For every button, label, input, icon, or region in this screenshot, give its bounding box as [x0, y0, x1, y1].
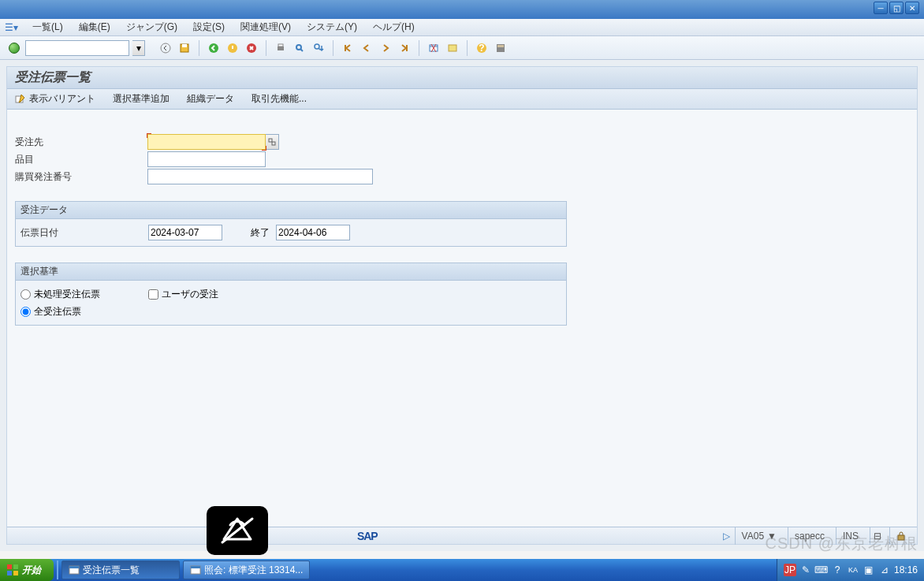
partner-func-button[interactable]: 取引先機能...: [248, 91, 310, 107]
menu-system[interactable]: システム(Y): [299, 18, 365, 36]
docdate-from-input[interactable]: [148, 225, 222, 240]
layout-button[interactable]: [493, 40, 509, 56]
status-nav-icon[interactable]: ▷: [723, 531, 730, 542]
menu-bar: ☰▾ 一覧(L) 編集(E) ジャンプ(G) 設定(S) 関連処理(V) システ…: [0, 19, 924, 36]
svg-rect-21: [13, 564, 18, 569]
svg-rect-27: [191, 566, 200, 568]
all-orders-label: 全受注伝票: [34, 305, 81, 318]
display-variant-button[interactable]: 表示バリアント: [12, 91, 99, 107]
menu-list[interactable]: 一覧(L): [24, 18, 71, 36]
order-data-group: 受注データ 伝票日付 終了: [15, 201, 567, 247]
next-page-button[interactable]: [378, 40, 393, 56]
svg-rect-11: [449, 45, 456, 51]
soldto-input[interactable]: [147, 134, 266, 150]
back-green-button[interactable]: [206, 40, 222, 56]
svg-rect-7: [278, 44, 283, 47]
task-sap2-label: 照会: 標準受注 13314...: [204, 564, 303, 577]
svg-rect-19: [898, 535, 904, 540]
my-orders-label: ユーザの受注: [162, 288, 218, 301]
toolbar: ▾ ?: [0, 36, 924, 60]
svg-rect-2: [182, 44, 187, 47]
soldto-search-help[interactable]: [265, 134, 279, 150]
open-orders-label: 未処理受注伝票: [34, 288, 100, 301]
shortcut-button[interactable]: [445, 40, 460, 56]
last-page-button[interactable]: [397, 40, 412, 56]
new-session-button[interactable]: [426, 40, 442, 56]
tray-kana-icon[interactable]: KA: [847, 564, 859, 576]
variant-icon: [15, 94, 26, 105]
menu-app-icon[interactable]: ☰▾: [5, 22, 18, 33]
exit-button[interactable]: [225, 40, 240, 56]
selection-criteria-group: 選択基準 未処理受注伝票 ユーザの受注 全受注伝票: [15, 263, 567, 326]
maximize-button[interactable]: ◱: [889, 2, 904, 14]
my-orders-check[interactable]: ユーザの受注: [148, 288, 218, 301]
po-input[interactable]: [147, 169, 373, 184]
menu-related[interactable]: 関連処理(V): [233, 18, 299, 36]
svg-rect-17: [269, 139, 272, 142]
prev-page-button[interactable]: [359, 40, 374, 56]
task-sap1[interactable]: 受注伝票一覧: [61, 561, 180, 579]
status-tcode[interactable]: VA05 ▼: [735, 527, 783, 545]
page-title: 受注伝票一覧: [7, 67, 917, 89]
svg-text:?: ?: [479, 43, 484, 54]
cancel-button[interactable]: [244, 40, 259, 56]
add-criteria-button[interactable]: 選択基準追加: [110, 91, 173, 107]
first-page-button[interactable]: [340, 40, 356, 56]
windows-icon: [6, 564, 19, 576]
org-data-button[interactable]: 組織データ: [184, 91, 237, 107]
print-button[interactable]: [273, 40, 289, 56]
svg-point-0: [161, 43, 170, 53]
svg-rect-22: [7, 571, 12, 575]
svg-rect-25: [69, 566, 79, 568]
tray-help-icon[interactable]: ?: [831, 564, 844, 576]
tray-tool-icon[interactable]: ✎: [799, 564, 812, 576]
close-button[interactable]: ✕: [905, 2, 919, 14]
tray-kbd-icon[interactable]: ⌨: [815, 564, 828, 576]
tray-caps-icon[interactable]: ▣: [863, 564, 875, 576]
enter-button[interactable]: [6, 40, 22, 56]
material-input[interactable]: [147, 151, 266, 167]
docdate-to-input[interactable]: [276, 225, 350, 240]
svg-rect-23: [13, 571, 18, 575]
help-button[interactable]: ?: [474, 40, 490, 56]
soldto-label: 受注先: [15, 136, 147, 149]
find-next-button[interactable]: [311, 40, 326, 56]
tcode-input[interactable]: [25, 40, 129, 56]
sap-window-icon: [69, 564, 80, 575]
po-label: 購買発注番号: [15, 170, 147, 184]
overlay-icon: [207, 506, 268, 555]
app-toolbar: 表示バリアント 選択基準追加 組織データ 取引先機能...: [7, 89, 917, 110]
docdate-label: 伝票日付: [20, 226, 148, 240]
tray-clock[interactable]: 18:16: [894, 564, 918, 575]
menu-settings[interactable]: 設定(S): [185, 18, 233, 36]
taskbar: 开始 受注伝票一覧 照会: 標準受注 13314... JP ✎ ⌨ ? KA …: [0, 559, 924, 581]
minimize-button[interactable]: ─: [874, 2, 888, 14]
status-server: sapecc: [788, 527, 831, 545]
status-expand-icon[interactable]: ⊟: [870, 527, 885, 545]
tcode-dropdown[interactable]: ▾: [132, 40, 145, 56]
title-bar: ─ ◱ ✕: [0, 0, 924, 19]
open-orders-radio[interactable]: 未処理受注伝票: [20, 288, 148, 301]
svg-rect-20: [7, 564, 12, 569]
order-data-title: 受注データ: [16, 202, 566, 219]
menu-jump[interactable]: ジャンプ(G): [118, 18, 185, 36]
display-variant-label: 表示バリアント: [29, 92, 95, 106]
tray-vol-icon[interactable]: ⊿: [878, 564, 891, 576]
status-bar: SAP ▷ VA05 ▼ sapecc INS ⊟: [7, 527, 917, 544]
task-sap2[interactable]: 照会: 標準受注 13314...: [183, 561, 310, 579]
status-lock-icon[interactable]: [889, 527, 912, 545]
selection-criteria-title: 選択基準: [16, 263, 566, 281]
back-button[interactable]: [158, 40, 173, 56]
all-orders-radio[interactable]: 全受注伝票: [20, 305, 81, 318]
sap-window-icon: [190, 564, 201, 575]
svg-rect-18: [272, 142, 275, 145]
status-mode: INS: [836, 527, 865, 545]
svg-point-3: [209, 43, 218, 53]
system-tray: JP ✎ ⌨ ? KA ▣ ⊿ 18:16: [777, 559, 924, 581]
save-button[interactable]: [177, 40, 192, 56]
find-button[interactable]: [292, 40, 307, 56]
start-button[interactable]: 开始: [0, 559, 54, 581]
ime-icon[interactable]: JP: [784, 564, 796, 576]
menu-help[interactable]: ヘルプ(H): [365, 18, 423, 36]
menu-edit[interactable]: 編集(E): [71, 18, 118, 36]
